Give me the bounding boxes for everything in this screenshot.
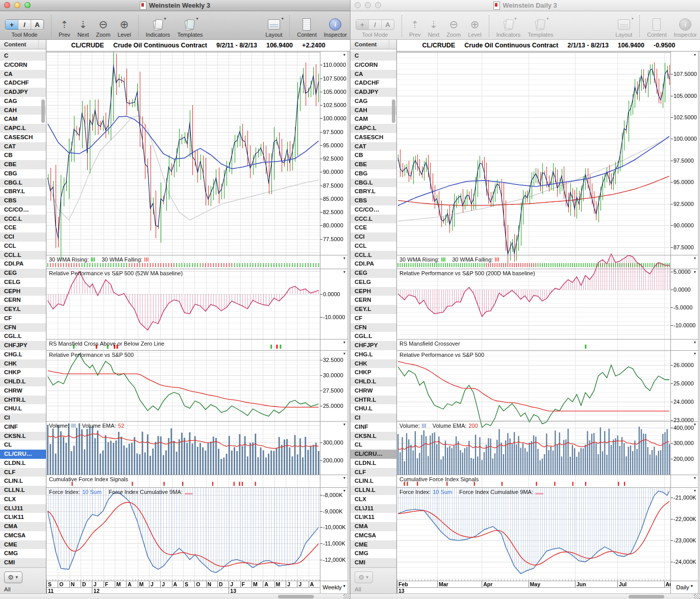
panel-divider[interactable]	[46, 339, 320, 340]
list-item[interactable]: CLLN.L	[0, 486, 46, 495]
list-item[interactable]: CBS	[351, 196, 396, 205]
list-item[interactable]: CCE	[0, 223, 46, 232]
list-item[interactable]: CAM	[0, 115, 46, 124]
list-item[interactable]: CCL.L	[0, 251, 46, 260]
panel-menu-arrow[interactable]: ▾	[694, 256, 696, 261]
list-item[interactable]: CHU.L	[351, 404, 396, 413]
templates-button[interactable]: ▾Templates	[528, 18, 553, 38]
list-item[interactable]: CA	[351, 70, 396, 79]
zoom-button[interactable]	[24, 2, 31, 8]
list-item[interactable]: CL\J11	[0, 504, 46, 513]
list-item[interactable]: CMCSA	[351, 531, 396, 540]
list-item[interactable]: CELG	[0, 278, 46, 287]
list-item[interactable]: CASESCH	[0, 133, 46, 142]
list-item[interactable]: CBG.L	[0, 178, 46, 188]
close-button[interactable]	[4, 2, 10, 8]
panel-menu-arrow[interactable]: ▾	[694, 351, 696, 356]
crosshair-tool-button[interactable]: +	[356, 20, 368, 30]
list-item[interactable]: CFN	[0, 323, 46, 332]
list-item[interactable]: CL/CRU…	[0, 450, 46, 459]
panel-menu-arrow[interactable]: ▾	[343, 488, 345, 493]
list-item[interactable]: CHFJPY	[351, 341, 396, 350]
list-item[interactable]: CCI	[351, 232, 396, 242]
panel-menu-arrow[interactable]: ▾	[343, 476, 345, 480]
list-item[interactable]: CERN	[351, 296, 396, 305]
list-item[interactable]: CBE	[351, 160, 396, 169]
list-item[interactable]: CASESCH	[351, 133, 396, 142]
chart-canvas[interactable]	[46, 51, 320, 593]
panel-menu-arrow[interactable]: ▾	[694, 270, 696, 274]
list-item[interactable]: CEY.L	[351, 305, 396, 314]
indicators-button[interactable]: ▾Indicators	[496, 18, 521, 38]
horizontal-scrollbar[interactable]	[351, 593, 700, 599]
list-item[interactable]: CB	[0, 151, 46, 160]
list-item[interactable]: CBG	[351, 169, 396, 178]
list-item[interactable]: CHTR.L	[351, 396, 396, 405]
list-item[interactable]: CKSN.L	[351, 432, 396, 441]
list-item[interactable]: CAM	[351, 115, 396, 124]
list-item[interactable]: CAT	[0, 142, 46, 151]
list-item[interactable]: CINF	[0, 423, 46, 432]
panel-divider[interactable]	[397, 269, 670, 269]
panel-divider[interactable]	[46, 487, 320, 488]
list-item[interactable]: CC/CO…	[351, 205, 396, 215]
prev-button[interactable]: ⇡Prev	[409, 18, 421, 38]
zoom-in-button[interactable]: ⊕Level	[117, 18, 131, 38]
tool-mode-control[interactable]: +/A Tool Mode	[5, 18, 44, 38]
list-item[interactable]: CLX	[0, 495, 46, 504]
list-item[interactable]: C/CORN	[0, 61, 46, 70]
list-item[interactable]: CL	[351, 440, 396, 450]
inspector-button[interactable]: iInspector	[324, 18, 347, 38]
symbol-list[interactable]: CC/CORNCACADCHFCADJPYCAGCAHCAMCAPC.LCASE…	[0, 51, 46, 567]
list-item[interactable]: CBRY.L	[0, 187, 46, 196]
list-item[interactable]: CADJPY	[351, 88, 396, 97]
list-item[interactable]: CHKP	[351, 368, 396, 377]
scroll-thumb[interactable]	[629, 595, 664, 598]
list-item[interactable]: CL\J11	[351, 504, 396, 513]
list-item[interactable]: CCC.L	[0, 215, 46, 224]
chart-canvas[interactable]	[397, 51, 670, 593]
minimize-button[interactable]	[14, 2, 20, 8]
list-item[interactable]: CHLD.L	[0, 377, 46, 386]
panel-divider[interactable]	[397, 339, 670, 340]
sidebar-scrollbar[interactable]	[41, 99, 45, 123]
layout-button[interactable]: ▾Layout	[615, 18, 632, 38]
traffic-lights[interactable]	[355, 2, 381, 8]
text-tool-button[interactable]: A	[31, 20, 43, 30]
panel-divider[interactable]	[46, 475, 320, 475]
list-item[interactable]: CI	[0, 413, 46, 423]
list-item[interactable]: CBS	[0, 196, 46, 205]
list-item[interactable]: CFN	[351, 323, 396, 332]
crosshair-tool-button[interactable]: +	[6, 20, 18, 30]
horizontal-scrollbar[interactable]	[0, 593, 350, 599]
list-item[interactable]: CBG.L	[351, 178, 396, 188]
list-item[interactable]: CKSN.L	[0, 432, 46, 441]
list-item[interactable]: CHKP	[0, 368, 46, 377]
panel-menu-arrow[interactable]: ▾	[343, 422, 345, 427]
panel-divider[interactable]	[397, 421, 670, 422]
sidebar-header[interactable]: Content	[0, 40, 46, 49]
list-item[interactable]: CAT	[351, 142, 396, 151]
list-item[interactable]: CHTR.L	[0, 396, 46, 405]
panel-menu-arrow[interactable]: ▾	[343, 270, 345, 274]
list-item[interactable]: CHU.L	[0, 404, 46, 413]
list-item[interactable]: CLF	[0, 468, 46, 477]
close-button[interactable]	[355, 2, 361, 8]
list-item[interactable]: CAPC.L	[0, 124, 46, 133]
panel-divider[interactable]	[397, 475, 670, 475]
list-item[interactable]: CHRW	[0, 386, 46, 396]
panel-divider[interactable]	[46, 255, 320, 255]
list-item[interactable]: CLX	[351, 495, 396, 504]
panel-menu-arrow[interactable]: ▾	[694, 488, 696, 493]
list-item[interactable]: CME	[351, 540, 396, 550]
panel-menu-arrow[interactable]: ▾	[343, 351, 345, 356]
list-item[interactable]: CA	[0, 70, 46, 79]
list-item[interactable]: CELG	[351, 278, 396, 287]
list-item[interactable]: CEG	[0, 269, 46, 278]
gear-menu-button[interactable]: ⚙▼	[355, 571, 373, 583]
period-selector[interactable]: Daily▾	[670, 581, 698, 593]
list-item[interactable]: CLIN.L	[0, 477, 46, 486]
time-axis[interactable]: SONDJFMAMJJASONDJFMAMJJA111213	[46, 581, 320, 593]
panel-divider[interactable]	[46, 421, 320, 422]
next-button[interactable]: ⇣Next	[78, 18, 89, 38]
